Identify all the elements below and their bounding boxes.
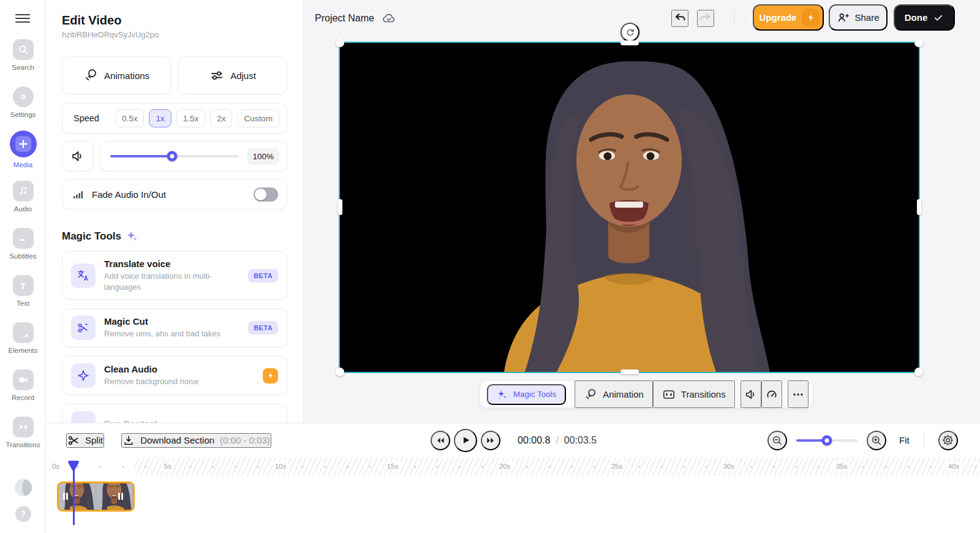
help-icon[interactable]: ? (15, 506, 31, 522)
volume-slider[interactable] (110, 155, 238, 157)
resize-handle-top-left[interactable] (336, 39, 344, 47)
project-name[interactable]: Project Name (315, 13, 374, 24)
sidebar-item-audio[interactable]: Audio (0, 176, 46, 223)
ellipsis-icon (792, 388, 804, 401)
undo-button[interactable] (671, 10, 688, 27)
ruler-label: 20s (497, 462, 513, 471)
timeline-zoom-thumb[interactable] (822, 435, 832, 445)
download-icon (123, 434, 135, 447)
clip-volume-button[interactable] (741, 380, 761, 408)
play-button[interactable] (454, 429, 477, 452)
speed-option-custom[interactable]: Custom (237, 109, 279, 127)
total-time: 00:03.5 (564, 435, 597, 446)
resize-handle-left[interactable] (338, 199, 342, 215)
elements-icon (13, 322, 34, 343)
clip-trim-handle-right[interactable] (118, 493, 123, 500)
fade-bars-icon (72, 188, 85, 200)
toolbar-divider (737, 380, 738, 408)
done-button[interactable]: Done (894, 4, 955, 31)
timeline-ruler[interactable]: 0s 5s 10s 15s 20s 25s 30s 35s 40s (46, 456, 980, 477)
page-title: Edit Video (62, 13, 287, 28)
sidebar-label: Audio (14, 205, 32, 213)
speed-option-0.5x[interactable]: 0.5x (115, 109, 145, 127)
sidebar-item-elements[interactable]: Elements (0, 317, 46, 365)
transitions-tab[interactable]: Transitions (653, 380, 735, 408)
pro-bolt-badge (263, 368, 278, 384)
media-plus-icon (10, 130, 37, 157)
more-options-button[interactable] (788, 380, 809, 408)
resize-handle-top-right[interactable] (914, 39, 923, 47)
add-person-icon (837, 12, 849, 24)
contrast-icon[interactable] (15, 479, 32, 496)
tool-clean-audio[interactable]: Clean Audio Remove background noise (62, 356, 287, 395)
search-icon (13, 39, 34, 60)
video-editor-app: Search Settings Media A (0, 0, 980, 533)
animations-icon (83, 68, 98, 83)
sidebar-item-text[interactable]: T Text (0, 270, 46, 317)
rotate-handle[interactable] (620, 23, 639, 42)
adjust-button[interactable]: Adjust (178, 56, 287, 94)
sidebar-item-transitions[interactable]: Transitions (0, 412, 46, 459)
topbar-divider (734, 9, 734, 28)
upgrade-button[interactable]: Upgrade (753, 4, 824, 31)
fit-button[interactable]: Fit (899, 435, 910, 445)
zoom-in-button[interactable] (867, 431, 886, 450)
video-canvas[interactable] (340, 43, 919, 372)
sidebar-label: Transitions (6, 441, 40, 448)
sparkles-icon (126, 230, 138, 243)
speed-option-1.5x[interactable]: 1.5x (176, 109, 206, 127)
rewind-button[interactable] (431, 431, 450, 450)
sidebar-item-media[interactable]: Media (0, 129, 46, 176)
share-button[interactable]: Share (829, 4, 888, 31)
download-section-button[interactable]: Download Section (0:00 - 0:03) (121, 433, 271, 448)
speed-option-2x[interactable]: 2x (210, 109, 232, 127)
camera-icon (13, 369, 34, 390)
check-icon (933, 12, 944, 23)
tool-partial[interactable]: Eye Contact (62, 404, 287, 423)
volume-slider-thumb[interactable] (167, 151, 177, 162)
resize-handle-bottom[interactable] (620, 369, 639, 374)
video-frame-person (340, 43, 919, 372)
clip-speed-button[interactable] (761, 380, 782, 408)
playhead-handle[interactable] (66, 460, 81, 472)
sidebar-item-subtitles[interactable]: Subtitles (0, 223, 46, 270)
sidebar-item-settings[interactable]: Settings (0, 81, 46, 129)
mute-button[interactable] (62, 141, 94, 172)
beta-badge: BETA (248, 321, 278, 335)
timeline-video-clip[interactable] (57, 482, 135, 512)
redo-button[interactable] (697, 10, 714, 27)
speed-label: Speed (74, 113, 99, 123)
sidebar: Search Settings Media A (0, 0, 46, 533)
tool-translate-voice[interactable]: A Translate voice Add voice translations… (62, 251, 287, 300)
menu-icon[interactable] (15, 13, 30, 24)
clip-trim-handle-left[interactable] (63, 493, 68, 500)
resize-handle-top[interactable] (620, 40, 639, 45)
split-button[interactable]: Split (66, 433, 104, 448)
transitions-icon (13, 417, 34, 437)
magic-tools-tab[interactable]: Magic Tools (487, 384, 566, 405)
speed-control: Speed 0.5x 1x 1.5x 2x Custom (62, 103, 287, 134)
magic-tools-heading: Magic Tools (62, 230, 287, 243)
speed-option-1x[interactable]: 1x (149, 109, 171, 127)
tool-magic-cut[interactable]: Magic Cut Remove ums, ahs and bad takes … (62, 308, 287, 347)
video-id: hzibRBHeORqvSyJvUg2po (62, 30, 287, 39)
sidebar-label: Text (17, 300, 29, 307)
timeline-track[interactable] (46, 477, 980, 533)
resize-handle-right[interactable] (917, 199, 921, 215)
timeline-settings-button[interactable] (938, 431, 958, 450)
timeline-zoom-slider[interactable] (796, 439, 858, 442)
animation-tab[interactable]: Animation (575, 380, 653, 408)
ruler-label: 25s (609, 462, 625, 471)
animations-button[interactable]: Animations (62, 56, 171, 94)
zoom-out-button[interactable] (767, 431, 787, 450)
sidebar-label: Media (13, 161, 32, 168)
resize-handle-bottom-right[interactable] (914, 368, 923, 376)
sidebar-item-record[interactable]: Record (0, 365, 46, 412)
resize-handle-bottom-left[interactable] (336, 368, 344, 376)
fade-audio-toggle[interactable] (254, 187, 278, 202)
ruler-label: 15s (385, 462, 401, 471)
sidebar-item-search[interactable]: Search (0, 34, 46, 81)
ruler-label: 40s (946, 462, 962, 471)
clip-toolbar: Magic Tools Animation Transitions (480, 380, 813, 408)
fast-forward-button[interactable] (481, 431, 500, 450)
